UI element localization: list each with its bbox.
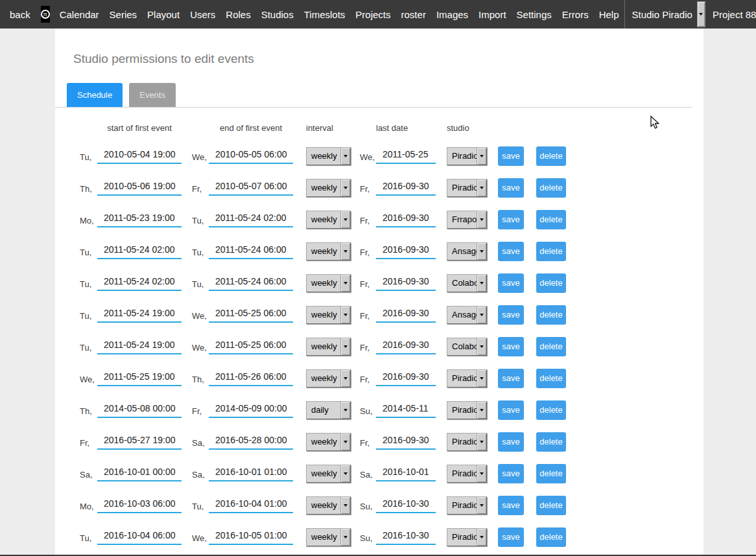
save-button[interactable]: save (498, 273, 524, 293)
save-button[interactable]: save (498, 146, 524, 166)
delete-button[interactable]: delete (536, 146, 566, 166)
interval-select[interactable]: weekly (306, 274, 351, 292)
last-date-input[interactable] (376, 529, 436, 545)
tab-events[interactable]: Events (129, 83, 176, 107)
studio-row-select[interactable]: Piradio (447, 496, 487, 515)
last-date-input[interactable] (376, 338, 436, 354)
studio-select-arrow-icon[interactable] (697, 1, 705, 27)
studio-row-select-arrow-icon[interactable] (477, 370, 486, 387)
end-datetime-input[interactable] (209, 370, 293, 386)
nav-item-errors[interactable]: Errors (557, 9, 594, 20)
delete-button[interactable]: delete (536, 273, 566, 293)
nav-item-calendar[interactable]: Calendar (54, 9, 104, 20)
end-datetime-input[interactable] (209, 275, 293, 291)
interval-select-arrow-icon[interactable] (340, 465, 350, 482)
nav-item-series[interactable]: Series (104, 9, 143, 20)
end-datetime-input[interactable] (209, 211, 293, 227)
last-date-input[interactable] (376, 402, 436, 418)
delete-button[interactable]: delete (536, 242, 566, 261)
start-datetime-input[interactable] (97, 370, 182, 386)
interval-select-arrow-icon[interactable] (340, 211, 350, 228)
project-select[interactable]: Project 88vier (705, 1, 756, 27)
save-button[interactable]: save (498, 464, 524, 483)
delete-button[interactable]: delete (536, 369, 566, 388)
studio-row-select[interactable]: Piradio (447, 465, 487, 483)
start-datetime-input[interactable] (97, 529, 182, 545)
back-link[interactable]: back (4, 9, 36, 20)
nav-item-help[interactable]: Help (594, 9, 624, 20)
save-button[interactable]: save (498, 400, 524, 420)
start-datetime-input[interactable] (97, 402, 182, 418)
end-datetime-input[interactable] (209, 497, 293, 513)
last-date-input[interactable] (376, 370, 436, 386)
interval-select-arrow-icon[interactable] (340, 307, 350, 323)
save-button[interactable]: save (498, 527, 524, 547)
studio-row-select[interactable]: Ansage (447, 306, 487, 324)
save-button[interactable]: save (498, 496, 524, 515)
nav-item-studios[interactable]: Studios (256, 9, 299, 20)
last-date-input[interactable] (376, 243, 436, 259)
studio-row-select-arrow-icon[interactable] (477, 307, 486, 323)
last-date-input[interactable] (376, 211, 436, 227)
interval-select-arrow-icon[interactable] (340, 338, 350, 355)
studio-row-select[interactable]: Piradio (447, 433, 487, 451)
nav-item-import[interactable]: Import (473, 9, 512, 20)
nav-item-roles[interactable]: Roles (220, 9, 255, 20)
studio-row-select[interactable]: Colabo (447, 338, 487, 356)
studio-row-select[interactable]: Frrapo (447, 211, 487, 229)
save-button[interactable]: save (498, 178, 524, 198)
interval-select[interactable]: weekly (306, 306, 351, 324)
interval-select-arrow-icon[interactable] (340, 402, 350, 419)
studio-row-select-arrow-icon[interactable] (477, 275, 486, 292)
interval-select-arrow-icon[interactable] (340, 148, 350, 165)
last-date-input[interactable] (376, 497, 436, 513)
studio-row-select[interactable]: Piradio (447, 528, 487, 546)
delete-button[interactable]: delete (536, 432, 566, 452)
delete-button[interactable]: delete (536, 527, 566, 547)
save-button[interactable]: save (498, 305, 524, 325)
studio-row-select-arrow-icon[interactable] (477, 148, 486, 165)
last-date-input[interactable] (376, 434, 436, 450)
nav-item-users[interactable]: Users (185, 9, 220, 20)
save-button[interactable]: save (498, 432, 524, 452)
last-date-input[interactable] (376, 307, 436, 323)
save-button[interactable]: save (498, 369, 524, 388)
studio-row-select-arrow-icon[interactable] (477, 338, 486, 355)
start-datetime-input[interactable] (97, 338, 182, 354)
tab-schedule[interactable]: Schedule (67, 83, 123, 107)
nav-item-projects[interactable]: Projects (350, 9, 396, 20)
nav-item-settings[interactable]: Settings (512, 9, 557, 20)
studio-row-select[interactable]: Piradio (447, 179, 487, 197)
nav-item-timeslots[interactable]: Timeslots (299, 9, 351, 20)
interval-select-arrow-icon[interactable] (340, 497, 350, 514)
delete-button[interactable]: delete (536, 178, 566, 198)
start-datetime-input[interactable] (97, 148, 182, 164)
save-button[interactable]: save (498, 210, 524, 229)
studio-row-select-arrow-icon[interactable] (477, 434, 486, 450)
interval-select-arrow-icon[interactable] (340, 529, 350, 546)
interval-select-arrow-icon[interactable] (340, 243, 350, 260)
studio-row-select-arrow-icon[interactable] (477, 497, 486, 514)
delete-button[interactable]: delete (536, 496, 566, 515)
end-datetime-input[interactable] (209, 148, 293, 164)
end-datetime-input[interactable] (209, 465, 293, 481)
interval-select-arrow-icon[interactable] (340, 370, 350, 387)
studio-row-select[interactable]: Ansage (447, 242, 487, 261)
end-datetime-input[interactable] (209, 338, 293, 354)
studio-row-select[interactable]: Piradio (447, 147, 487, 165)
interval-select-arrow-icon[interactable] (340, 275, 350, 292)
interval-select[interactable]: weekly (306, 147, 351, 165)
end-datetime-input[interactable] (209, 434, 293, 450)
delete-button[interactable]: delete (536, 337, 566, 356)
interval-select[interactable]: weekly (306, 528, 351, 546)
last-date-input[interactable] (376, 148, 436, 164)
interval-select[interactable]: weekly (306, 369, 351, 388)
end-datetime-input[interactable] (209, 243, 293, 259)
end-datetime-input[interactable] (209, 307, 293, 323)
interval-select[interactable]: weekly (306, 433, 351, 451)
start-datetime-input[interactable] (97, 434, 182, 450)
save-button[interactable]: save (498, 242, 524, 261)
studio-row-select[interactable]: Piradio (447, 401, 487, 419)
studio-row-select[interactable]: Piradio (447, 369, 487, 388)
studio-row-select-arrow-icon[interactable] (477, 465, 486, 482)
